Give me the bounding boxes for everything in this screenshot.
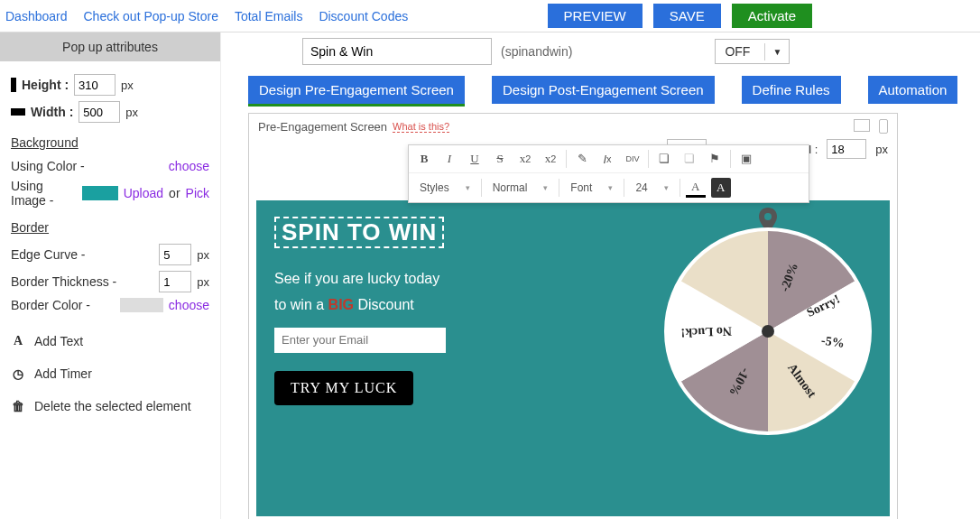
border-color-swatch[interactable] [120,298,163,312]
editor-wrap: Pre-Engagement Screen What is this? Whee… [248,113,898,519]
height-input[interactable] [74,74,116,96]
status-toggle-value: OFF [716,41,764,62]
format-select[interactable]: Normal▾ [487,177,554,199]
border-heading: Border [11,220,49,235]
save-button[interactable]: SAVE [653,4,721,28]
activate-button[interactable]: Activate [732,4,812,28]
wheel-seg-4: Almost [784,361,818,401]
nav-dashboard[interactable]: Dashboard [5,9,68,23]
font-size-unit: px [875,143,888,156]
add-text-label: Add Text [34,334,83,348]
or-text: or [169,186,180,200]
desktop-icon[interactable] [854,119,870,132]
preview-button[interactable]: PREVIEW [548,4,643,28]
using-image-label: Using Image - [11,179,77,208]
height-unit: px [121,79,134,92]
choose-bg-color[interactable]: choose [169,159,209,173]
main-pane: (spinandwin) OFF ▼ Design Pre-Engagement… [221,32,980,519]
nav-popup-store[interactable]: Check out Pop-up Store [84,9,218,23]
add-text-action[interactable]: A Add Text [0,325,220,357]
using-color-label: Using Color - [11,159,85,173]
popup-canvas[interactable]: SPIN TO WIN See if you are lucky today t… [256,200,890,516]
upload-bg-image[interactable]: Upload [124,186,163,200]
wheel-seg-3: -5% [820,333,846,350]
svg-point-0 [764,213,772,220]
tab-automation[interactable]: Automation [868,76,958,104]
delete-selected-label: Delete the selected element [34,399,191,413]
bg-color-icon[interactable]: A [711,178,731,198]
nav-discount-codes[interactable]: Discount Codes [319,9,408,23]
delete-selected-action[interactable]: 🗑 Delete the selected element [0,390,220,422]
tab-design-pre[interactable]: Design Pre-Engagement Screen [248,76,465,104]
border-thickness-input[interactable] [159,271,191,292]
background-heading: Background [11,135,79,150]
subscript-icon[interactable]: x2 [515,149,535,169]
strike-icon[interactable]: S [490,149,510,169]
italic-icon[interactable]: I [439,149,459,169]
height-bar-icon [11,78,16,92]
edge-curve-input[interactable] [159,244,191,265]
tab-design-post[interactable]: Design Post-Engagement Screen [492,76,715,104]
bg-image-swatch[interactable] [82,186,118,200]
pick-bg-image[interactable]: Pick [186,186,209,200]
what-is-this-link[interactable]: What is this? [393,121,449,133]
div-icon[interactable]: DIV [623,149,643,169]
fontsize-select[interactable]: 24▾ [630,177,673,199]
wheel-seg-6: No Luck! [680,323,732,339]
wheel[interactable]: -20% Sorry! -5% Almost -10% No Luck! [664,227,872,435]
flag-icon[interactable]: ⚑ [705,149,725,169]
sidebar: Pop up attributes Height : px Width : px… [0,32,221,519]
editor-heading: Pre-Engagement Screen [258,120,387,134]
styles-select[interactable]: Styles▾ [414,177,476,199]
wheel-seg-1: -20% [778,261,801,293]
tab-define-rules[interactable]: Define Rules [742,76,841,104]
add-timer-label: Add Timer [34,366,92,381]
superscript-icon[interactable]: x2 [541,149,560,169]
nav-total-emails[interactable]: Total Emails [235,9,302,23]
bold-icon[interactable]: B [414,149,434,169]
choose-border-color[interactable]: choose [169,298,209,312]
font-size-input[interactable] [827,139,866,159]
trash-icon: 🗑 [11,399,25,413]
width-label: Width : [31,105,73,119]
clock-icon: ◷ [11,366,25,381]
unlink-icon[interactable]: ❏ [680,149,699,169]
wheel-seg-5: -10% [726,366,752,398]
wheel-disc: -20% Sorry! -5% Almost -10% No Luck! [664,227,872,435]
link-icon[interactable]: ❏ [654,149,674,169]
sidebar-title: Pop up attributes [0,32,220,61]
clear-format-icon[interactable]: Ix [597,149,617,169]
wheel-hub [762,325,774,338]
brush-icon[interactable]: ✎ [572,149,592,169]
try-luck-button[interactable]: TRY MY LUCK [274,371,413,405]
rich-text-toolbar: B I U S x2 x2 ✎ Ix DIV ❏ ❏ ⚑ ▣ [408,144,809,203]
popup-name-input[interactable] [302,38,492,65]
chevron-down-icon: ▼ [764,43,789,60]
wheel-seg-2: Sorry! [805,292,843,320]
image-icon[interactable]: ▣ [736,149,756,169]
text-icon: A [11,334,25,348]
border-thickness-label: Border Thickness - [11,274,116,289]
popup-title[interactable]: SPIN TO WIN [274,217,444,248]
edge-curve-label: Edge Curve - [11,247,85,262]
status-toggle[interactable]: OFF ▼ [715,39,790,64]
border-thickness-unit: px [197,275,209,289]
email-input[interactable] [274,328,446,353]
mobile-icon[interactable] [879,119,888,134]
height-label: Height : [22,78,69,92]
width-ruler-icon [11,108,25,116]
border-color-label: Border Color - [11,298,90,312]
edge-curve-unit: px [197,248,209,262]
underline-icon[interactable]: U [465,149,485,169]
add-timer-action[interactable]: ◷ Add Timer [0,357,220,390]
popup-slug: (spinandwin) [501,44,572,59]
width-input[interactable] [79,101,120,123]
width-unit: px [125,106,138,119]
font-select[interactable]: Font▾ [565,177,618,199]
text-color-icon[interactable]: A [686,178,706,198]
